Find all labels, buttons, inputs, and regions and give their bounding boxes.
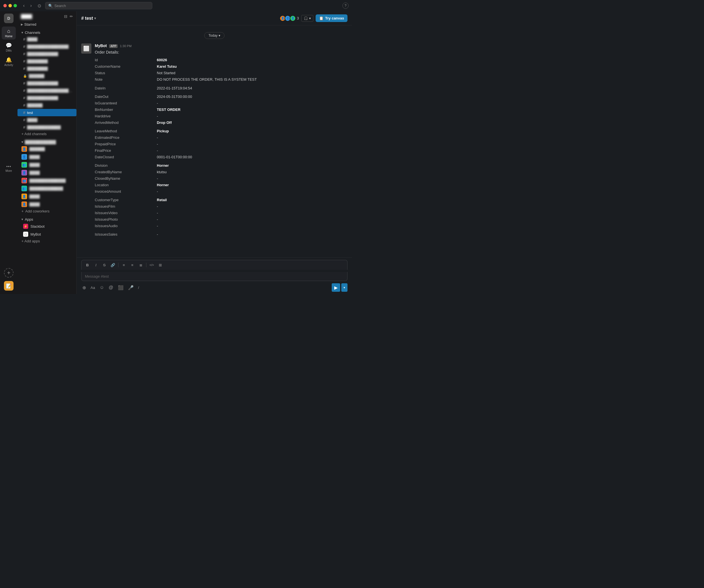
nav-item-more[interactable]: ••• More (2, 163, 16, 174)
add-button[interactable]: ⊕ (81, 284, 87, 291)
channel-item[interactable]: # ████████████████████ (17, 87, 76, 94)
maximize-button[interactable] (13, 4, 17, 7)
send-chevron-button[interactable]: ▾ (341, 283, 348, 292)
messages-area[interactable]: Today ▾ ⬜ MyBot APP 1:30 PM Order Detail… (77, 25, 352, 257)
emoji-button[interactable]: ☺ (99, 284, 105, 290)
channel-item[interactable]: # ████████████ (17, 50, 76, 58)
ordered-list-button[interactable]: ≣ (137, 261, 144, 269)
date-chevron-icon: ▾ (219, 34, 220, 38)
channel-hash-icon: # (23, 59, 25, 63)
home-icon: ⌂ (7, 28, 10, 34)
channel-hash-icon: # (23, 96, 25, 100)
channel-item[interactable]: # ████ (17, 116, 76, 123)
dm-item[interactable]: 👥 ████ (17, 161, 76, 169)
channel-item[interactable]: # ██████ (17, 102, 76, 109)
add-apps-item[interactable]: + Add apps (17, 238, 76, 244)
headphones-button[interactable]: 🎧 ▾ (301, 15, 313, 22)
channel-item-active[interactable]: # test (17, 109, 76, 116)
try-canvas-button[interactable]: 📋 Try canvas (315, 14, 348, 22)
dms-section-header[interactable]: ▼ ████████████ (17, 139, 76, 145)
order-key: IsIssuesAudio (95, 223, 157, 229)
dm-name: ████ (30, 202, 73, 207)
compose-button[interactable]: ✏ (70, 14, 73, 19)
number-list-button[interactable]: ≡ (129, 261, 136, 269)
add-coworkers-item[interactable]: + Add coworkers (17, 208, 76, 214)
search-placeholder: Search (54, 4, 66, 8)
order-value: 2022-01-15T19:04:54 (157, 85, 348, 92)
member-avatar: 👤 (290, 15, 296, 21)
forward-button[interactable]: › (28, 3, 33, 9)
channel-item[interactable]: # ████████ (17, 65, 76, 72)
channel-item[interactable]: # ████████████ (17, 79, 76, 87)
input-box[interactable]: Message #test (81, 272, 348, 281)
dm-item[interactable]: 👤 ████ (17, 169, 76, 177)
apps-section-header[interactable]: ▼ Apps (17, 216, 76, 222)
text-style-button[interactable]: Aa (90, 285, 96, 290)
nav-label-activity: Activity (4, 63, 13, 67)
order-value: ktutsu (157, 169, 348, 175)
minimize-button[interactable] (8, 4, 12, 7)
send-button[interactable]: ▶ (332, 283, 340, 292)
workspace-avatar[interactable]: D (4, 13, 13, 23)
audio-button[interactable]: 🎤 (127, 284, 135, 291)
bullet-list-button[interactable]: ≡ (120, 261, 127, 269)
add-coworkers-label: Add coworkers (25, 209, 50, 213)
italic-button[interactable]: I (92, 261, 100, 269)
channel-item[interactable]: # █████████████ (17, 123, 76, 131)
nav-item-dms[interactable]: 💬 DMs (2, 41, 16, 54)
help-button[interactable]: ? (342, 3, 349, 9)
link-button[interactable]: 🔗 (109, 261, 116, 269)
more-button[interactable]: ⋯ (340, 44, 348, 51)
nav-item-activity[interactable]: 🔔 Activity (2, 55, 16, 68)
order-key: Harddrive (95, 113, 157, 120)
forward-button[interactable]: ↗ (321, 44, 330, 51)
reply-bubble-button[interactable]: 💬 (312, 44, 320, 51)
search-bar[interactable]: 🔍 Search (45, 2, 152, 9)
slash-button[interactable]: / (137, 285, 140, 290)
back-button[interactable]: ‹ (21, 3, 26, 9)
strikethrough-button[interactable]: S (101, 261, 108, 269)
nav-label-home: Home (5, 35, 13, 38)
order-row: IsIssuesAudio- (95, 223, 348, 229)
dm-item[interactable]: 👤 ████ (17, 153, 76, 161)
channel-item[interactable]: # ████████████ (17, 94, 76, 102)
channel-item[interactable]: # ████ (17, 36, 76, 43)
more-formatting-button[interactable]: ⊞ (157, 261, 164, 269)
channels-section-header[interactable]: ▼ Channels (17, 30, 76, 36)
history-button[interactable]: ⊙ (36, 3, 43, 9)
media-button[interactable]: ⬛ (117, 284, 125, 291)
user-avatar[interactable]: 📝 (4, 281, 13, 290)
bookmark-button[interactable]: 🔖 (331, 44, 339, 51)
filter-button[interactable]: ⊟ (64, 14, 67, 19)
mention-button[interactable]: @ (108, 284, 114, 290)
channel-item-locked[interactable]: 🔒 ██████ (17, 72, 76, 79)
add-workspace-button[interactable]: + (4, 268, 13, 278)
dms-section: ▼ ████████████ 👤 ██████ 👤 ████ 👥 ████ 👤 … (17, 138, 76, 215)
nav-item-home[interactable]: ⌂ Home (2, 26, 16, 40)
add-channel-item[interactable]: + Add channels (17, 131, 76, 137)
dm-item-with-badge[interactable]: 👥2 ██████████████ (17, 177, 76, 184)
code-button[interactable]: </> (148, 261, 156, 269)
app-item-slackbot[interactable]: ⚡ Slackbot (17, 222, 76, 230)
date-badge[interactable]: Today ▾ (204, 32, 224, 39)
dm-avatar: 👤 (21, 170, 27, 175)
app-item-mybot[interactable]: □ MyBot (17, 230, 76, 238)
bold-button[interactable]: B (84, 261, 91, 269)
channel-chevron-icon[interactable]: ▾ (94, 16, 96, 20)
dm-item[interactable]: 👤 ██████ (17, 145, 76, 153)
header-members: 👤 👤 👤 3 (281, 15, 299, 21)
member-avatars[interactable]: 👤 👤 👤 (281, 15, 296, 21)
channel-hash-icon: # (23, 103, 25, 107)
member-count[interactable]: 3 (297, 16, 299, 20)
dm-item[interactable]: 👤 ████ (17, 193, 76, 200)
react-button[interactable]: 😊 (303, 44, 311, 51)
dm-item[interactable]: 👥 █████████████ (17, 184, 76, 193)
order-value: Horner (157, 182, 348, 189)
channel-item[interactable]: # ████████████████ (17, 43, 76, 50)
close-button[interactable] (3, 4, 7, 7)
dm-item[interactable]: 👤 ████ (17, 200, 76, 208)
channel-item[interactable]: # ████████ (17, 58, 76, 65)
workspace-name[interactable]: ████ (21, 14, 32, 19)
starred-section-header[interactable]: ▶ Starred (17, 21, 76, 28)
order-row: CustomerNameKarel Tutsu (95, 63, 348, 70)
